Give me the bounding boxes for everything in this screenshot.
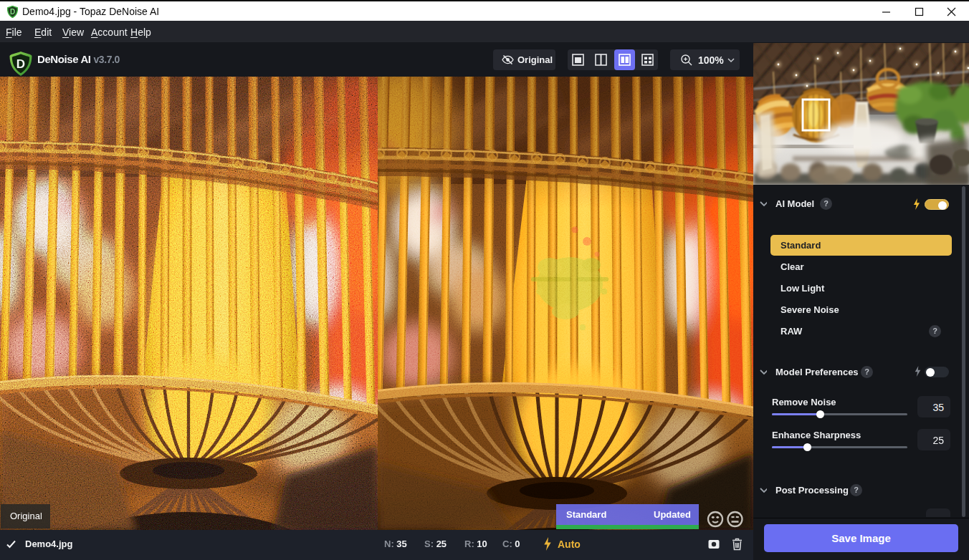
svg-text:D: D xyxy=(10,8,15,16)
svg-text:D: D xyxy=(16,57,25,71)
